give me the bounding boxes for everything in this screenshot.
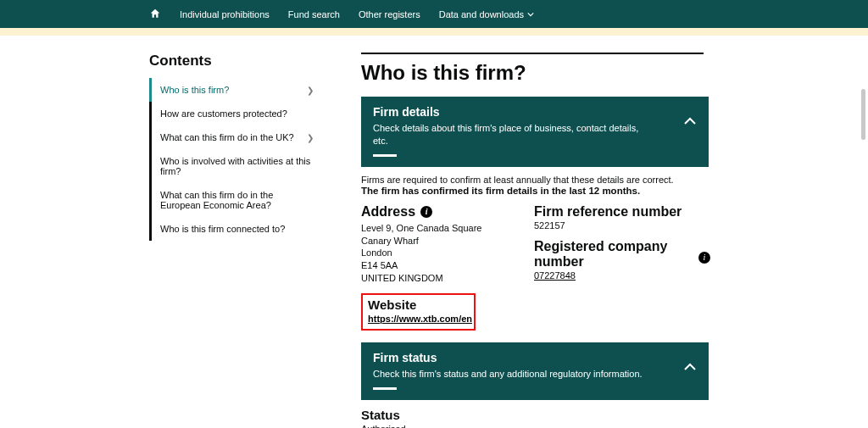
rcn-heading: Registered company number <box>534 239 709 269</box>
nav-item-data-downloads[interactable]: Data and downloads <box>439 9 534 19</box>
required-note: Firms are required to confirm at least a… <box>361 175 709 185</box>
panel-underline <box>373 387 397 390</box>
heading-rule <box>361 53 704 54</box>
website-highlight: Website https://www.xtb.com/en <box>361 293 476 331</box>
address-heading: Address i <box>361 204 514 220</box>
confirm-note: The firm has confirmed its firm details … <box>361 186 709 196</box>
sidebar-item-label: Who is this firm? <box>160 85 229 95</box>
sidebar-item-label: Who is involved with activities at this … <box>160 156 314 176</box>
frn-heading: Firm reference number <box>534 204 709 220</box>
sidebar-item[interactable]: Who is this firm connected to? <box>149 217 319 241</box>
panel-firm-status[interactable]: Firm status Check this firm's status and… <box>361 342 709 400</box>
sidebar-item[interactable]: What can this firm do in the European Ec… <box>149 183 319 217</box>
chevron-right-icon: ❯ <box>307 86 314 95</box>
panel-firm-details-desc: Check details about this firm's place of… <box>373 122 644 147</box>
website-heading: Website <box>368 297 469 312</box>
sidebar-item-label: Who is this firm connected to? <box>160 224 285 234</box>
address-label: Address <box>361 204 415 220</box>
info-icon[interactable]: i <box>698 252 710 264</box>
panel-underline <box>373 154 397 157</box>
main-content: Who is this firm? Firm details Check det… <box>361 53 709 428</box>
info-icon[interactable]: i <box>420 206 432 218</box>
sidebar-item[interactable]: How are customers protected? <box>149 102 319 125</box>
sidebar-item-label: What can this firm do in the UK? <box>160 132 294 142</box>
sidebar: Contents Who is this firm?❯How are custo… <box>149 53 319 428</box>
address-line: Level 9, One Canada Square <box>361 222 514 235</box>
rcn-value[interactable]: 07227848 <box>534 270 576 281</box>
scrollbar-thumb[interactable] <box>861 89 865 140</box>
notice-bar <box>0 28 868 36</box>
nav-item-other-registers[interactable]: Other registers <box>359 9 420 19</box>
sidebar-item[interactable]: Who is this firm?❯ <box>149 78 319 102</box>
address-line: Canary Wharf <box>361 235 514 247</box>
sidebar-item[interactable]: What can this firm do in the UK?❯ <box>149 125 319 149</box>
address-line: UNITED KINGDOM <box>361 272 514 285</box>
panel-firm-status-desc: Check this firm's status and any additio… <box>373 368 644 381</box>
status-value: Authorised <box>361 424 709 428</box>
nav-item-individual-prohibitions[interactable]: Individual prohibitions <box>180 9 270 19</box>
chevron-up-icon <box>683 363 697 371</box>
page-title: Who is this firm? <box>361 61 709 85</box>
chevron-right-icon: ❯ <box>307 133 314 142</box>
top-nav: Individual prohibitions Fund search Othe… <box>0 0 868 28</box>
home-icon[interactable] <box>149 8 161 21</box>
panel-firm-status-title: Firm status <box>373 351 697 364</box>
panel-firm-details-title: Firm details <box>373 105 697 119</box>
sidebar-heading: Contents <box>149 53 319 69</box>
chevron-down-icon <box>527 11 534 18</box>
sidebar-item-label: How are customers protected? <box>160 108 287 119</box>
sidebar-item[interactable]: Who is involved with activities at this … <box>149 149 319 183</box>
nav-item-data-downloads-label: Data and downloads <box>439 9 524 19</box>
panel-firm-details[interactable]: Firm details Check details about this fi… <box>361 97 709 167</box>
nav-item-fund-search[interactable]: Fund search <box>288 9 340 19</box>
address-line: London <box>361 247 514 259</box>
website-link[interactable]: https://www.xtb.com/en <box>368 314 472 324</box>
address-line: E14 5AA <box>361 259 514 272</box>
chevron-up-icon <box>683 117 697 125</box>
address-value: Level 9, One Canada SquareCanary WharfLo… <box>361 222 514 285</box>
frn-value: 522157 <box>534 220 709 231</box>
sidebar-item-label: What can this firm do in the European Ec… <box>160 190 314 210</box>
status-heading: Status <box>361 408 709 422</box>
